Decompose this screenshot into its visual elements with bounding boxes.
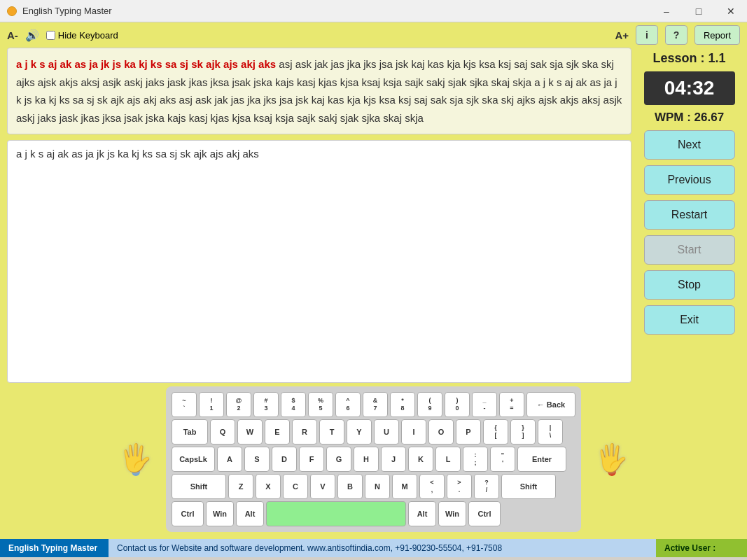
- status-contact: Contact us for Website and software deve…: [109, 539, 656, 557]
- key-quote[interactable]: "': [490, 447, 515, 472]
- status-active-user: Active User :: [656, 539, 747, 557]
- lesson-label: Lesson : 1.1: [652, 51, 725, 66]
- font-minus-button[interactable]: A-: [7, 29, 18, 41]
- left-panel: a j k s aj ak as ja jk js ka kj ks sa sj…: [7, 48, 631, 383]
- key-6[interactable]: ^6: [335, 392, 361, 417]
- key-minus[interactable]: _-: [472, 392, 497, 417]
- key-backslash[interactable]: |\: [538, 419, 563, 444]
- exit-button[interactable]: Exit: [644, 305, 735, 335]
- stop-button[interactable]: Stop: [644, 270, 735, 300]
- key-comma[interactable]: <,: [419, 474, 445, 499]
- key-5[interactable]: %5: [308, 392, 333, 417]
- key-u[interactable]: U: [374, 419, 399, 444]
- hide-keyboard-checkbox[interactable]: [46, 31, 55, 40]
- title-bar-controls: – □ ✕: [650, 0, 747, 22]
- key-e[interactable]: E: [265, 419, 290, 444]
- key-0[interactable]: )0: [445, 392, 470, 417]
- key-i[interactable]: I: [401, 419, 426, 444]
- key-semicolon[interactable]: :;: [463, 447, 488, 472]
- key-7[interactable]: &7: [363, 392, 388, 417]
- keyboard: ~` !1 @2 #3 $4 %5 ^6 &7 *8 (9 )0 _- += ←…: [166, 386, 581, 532]
- key-enter[interactable]: Enter: [517, 447, 566, 472]
- key-j[interactable]: J: [381, 447, 406, 472]
- keyboard-container: 🖐 ~` !1 @2 #3 $4 %5 ^6 &7 *8 (9 )0 _- +=…: [0, 383, 747, 539]
- key-backspace[interactable]: ← Back: [526, 392, 575, 417]
- key-w[interactable]: W: [237, 419, 263, 444]
- key-win-left[interactable]: Win: [206, 501, 234, 526]
- help-button[interactable]: ?: [665, 25, 687, 45]
- status-bar: English Typing Master Contact us for Web…: [0, 539, 747, 557]
- key-ctrl-left[interactable]: Ctrl: [172, 501, 204, 526]
- key-shift-left[interactable]: Shift: [172, 474, 226, 499]
- key-period[interactable]: >.: [447, 474, 472, 499]
- key-capslock[interactable]: CapsLk: [172, 447, 215, 472]
- next-button[interactable]: Next: [644, 130, 735, 160]
- key-2[interactable]: @2: [226, 392, 251, 417]
- window-title: English Typing Master: [22, 6, 112, 16]
- key-row-asdf: CapsLk A S D F G H J K L :; "' Enter: [172, 447, 575, 472]
- key-x[interactable]: X: [256, 474, 281, 499]
- key-k[interactable]: K: [408, 447, 433, 472]
- key-r[interactable]: R: [292, 419, 317, 444]
- key-l[interactable]: L: [435, 447, 461, 472]
- key-row-numbers: ~` !1 @2 #3 $4 %5 ^6 &7 *8 (9 )0 _- += ←…: [172, 392, 575, 417]
- key-slash[interactable]: ?/: [474, 474, 499, 499]
- font-plus-button[interactable]: A+: [615, 29, 629, 41]
- volume-icon[interactable]: 🔊: [25, 29, 39, 42]
- key-d[interactable]: D: [272, 447, 297, 472]
- key-c[interactable]: C: [283, 474, 308, 499]
- timer-display: 04:32: [644, 71, 735, 105]
- key-8[interactable]: *8: [390, 392, 415, 417]
- key-alt-left[interactable]: Alt: [236, 501, 264, 526]
- minimize-button[interactable]: –: [650, 0, 683, 22]
- key-win-right[interactable]: Win: [438, 501, 466, 526]
- key-shift-right[interactable]: Shift: [501, 474, 556, 499]
- key-b[interactable]: B: [337, 474, 363, 499]
- key-m[interactable]: M: [392, 474, 417, 499]
- key-bracket-open[interactable]: {[: [483, 419, 508, 444]
- key-p[interactable]: P: [456, 419, 481, 444]
- report-button[interactable]: Report: [694, 25, 740, 45]
- key-h[interactable]: H: [354, 447, 379, 472]
- key-tilde[interactable]: ~`: [172, 392, 197, 417]
- key-o[interactable]: O: [428, 419, 454, 444]
- hide-keyboard-label[interactable]: Hide Keyboard: [46, 30, 118, 41]
- key-n[interactable]: N: [365, 474, 390, 499]
- info-button[interactable]: i: [636, 25, 658, 45]
- close-button[interactable]: ✕: [715, 0, 747, 22]
- key-tab[interactable]: Tab: [172, 419, 208, 444]
- traffic-light: [7, 6, 17, 16]
- start-button[interactable]: Start: [644, 235, 735, 265]
- wpm-display: WPM : 26.67: [655, 111, 724, 125]
- key-space[interactable]: [266, 501, 406, 526]
- key-row-zxcv: Shift Z X C V B N M <, >. ?/ Shift: [172, 474, 575, 499]
- title-bar: English Typing Master – □ ✕: [0, 0, 747, 22]
- main-content: A- 🔊 Hide Keyboard A+ i ? Report a j k s…: [0, 22, 747, 539]
- key-g[interactable]: G: [326, 447, 351, 472]
- typing-input[interactable]: a j k s aj ak as ja jk js ka kj ks sa sj…: [7, 140, 631, 383]
- key-3[interactable]: #3: [253, 392, 279, 417]
- right-panel: Lesson : 1.1 04:32 WPM : 26.67 Next Prev…: [631, 48, 740, 383]
- key-z[interactable]: Z: [228, 474, 253, 499]
- maximize-button[interactable]: □: [683, 0, 715, 22]
- key-alt-right[interactable]: Alt: [408, 501, 436, 526]
- left-hand-icon: 🖐: [119, 442, 152, 476]
- key-y[interactable]: Y: [347, 419, 372, 444]
- previous-button[interactable]: Previous: [644, 165, 735, 195]
- key-4[interactable]: $4: [281, 392, 306, 417]
- key-f[interactable]: F: [299, 447, 324, 472]
- key-s[interactable]: S: [244, 447, 270, 472]
- restart-button[interactable]: Restart: [644, 200, 735, 230]
- header-row: A- 🔊 Hide Keyboard A+ i ? Report: [0, 22, 747, 48]
- key-9[interactable]: (9: [417, 392, 442, 417]
- key-bracket-close[interactable]: }]: [510, 419, 536, 444]
- key-1[interactable]: !1: [199, 392, 224, 417]
- key-q[interactable]: Q: [210, 419, 235, 444]
- key-ctrl-right[interactable]: Ctrl: [468, 501, 501, 526]
- key-a[interactable]: A: [217, 447, 242, 472]
- key-equals[interactable]: +=: [499, 392, 524, 417]
- key-v[interactable]: V: [310, 474, 335, 499]
- panels-row: a j k s aj ak as ja jk js ka kj ks sa sj…: [0, 48, 747, 383]
- key-t[interactable]: T: [319, 419, 344, 444]
- status-app-name: English Typing Master: [0, 539, 109, 557]
